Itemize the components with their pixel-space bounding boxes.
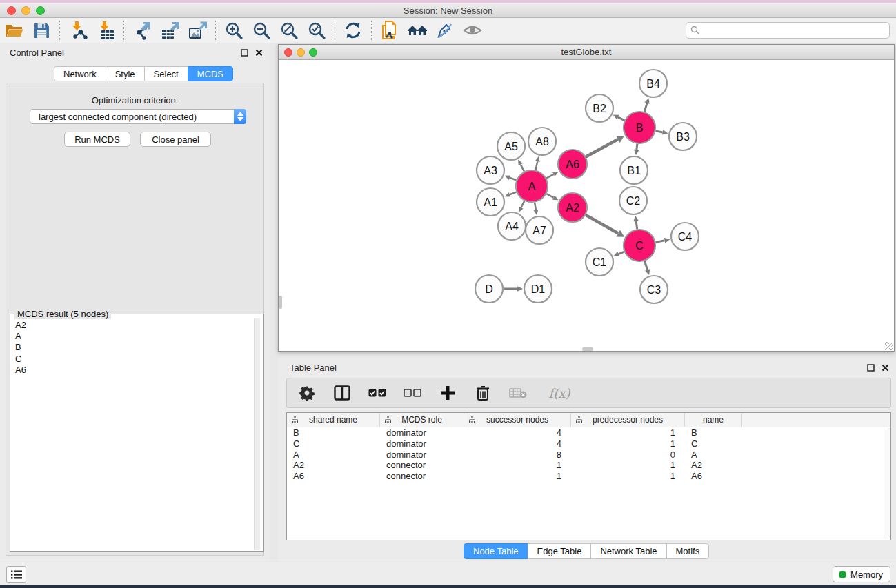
mcds-result-list[interactable]: A2ABCA6 (11, 318, 254, 551)
zoom-out-button[interactable] (248, 19, 275, 41)
tab-node-table[interactable]: Node Table (464, 543, 528, 559)
column-header-shared-name[interactable]: shared name (287, 413, 380, 427)
edge-A-A7[interactable] (535, 203, 536, 210)
panel-toggle-button[interactable] (6, 566, 26, 583)
table-row[interactable]: A2connector11A2 (287, 460, 890, 471)
close-panel-icon[interactable] (255, 49, 263, 57)
import-table-button[interactable] (92, 19, 119, 41)
memory-button[interactable]: Memory (833, 566, 890, 582)
cell-predecessor-nodes[interactable]: 0 (571, 449, 685, 460)
cell-name[interactable]: C (685, 438, 742, 449)
export-network-button[interactable] (128, 19, 156, 41)
edge-A-A5[interactable] (521, 165, 524, 172)
gear-button[interactable] (298, 383, 316, 403)
edge-A-A1[interactable] (510, 192, 517, 195)
search-input[interactable] (703, 26, 889, 36)
horizontal-scrollbar-thumb[interactable] (582, 347, 593, 351)
table-row[interactable]: Cdominator41C (287, 438, 890, 449)
cell-shared-name[interactable]: A (287, 449, 380, 460)
column-header-name[interactable]: name (685, 413, 742, 427)
cell-MCDS-role[interactable]: connector (380, 460, 464, 471)
column-header-MCDS-role[interactable]: MCDS role (380, 413, 464, 427)
cell-MCDS-role[interactable]: connector (380, 471, 464, 482)
cell-predecessor-nodes[interactable]: 1 (571, 427, 685, 438)
refresh-button[interactable] (339, 19, 367, 41)
tab-select[interactable]: Select (144, 66, 188, 81)
cell-shared-name[interactable]: A6 (287, 471, 380, 482)
close-panel-icon[interactable] (882, 364, 889, 372)
cell-successor-nodes[interactable]: 4 (464, 427, 571, 438)
cell-MCDS-role[interactable]: dominator (380, 438, 464, 449)
cell-successor-nodes[interactable]: 1 (464, 460, 571, 471)
tab-mcds[interactable]: MCDS (188, 66, 233, 81)
cell-predecessor-nodes[interactable]: 1 (571, 438, 685, 449)
delete-table-button[interactable] (509, 383, 527, 403)
network-graph[interactable]: AA1A2A3A4A5A6A7A8BB1B2B3B4CC1C2C3C4DD1 (279, 60, 894, 351)
function-builder-button[interactable]: f(x) (544, 383, 575, 403)
delete-column-button[interactable] (474, 383, 492, 403)
resize-grip[interactable] (885, 342, 893, 350)
float-panel-icon[interactable] (241, 49, 248, 57)
edge-A-A6[interactable] (546, 174, 554, 179)
edge-A6-B[interactable] (586, 139, 618, 157)
edge-B-B4[interactable] (644, 103, 647, 112)
zoom-in-button[interactable] (220, 19, 248, 41)
edge-A-A8[interactable] (535, 161, 537, 170)
table-scrollbar[interactable] (884, 428, 890, 539)
export-image-button[interactable] (183, 19, 211, 41)
cell-shared-name[interactable]: B (287, 427, 380, 438)
table-row[interactable]: Adominator80A (287, 449, 890, 460)
cell-successor-nodes[interactable]: 8 (464, 449, 571, 460)
edge-A2-C[interactable] (586, 215, 618, 234)
cell-shared-name[interactable]: C (287, 438, 380, 449)
network-document-button[interactable] (376, 19, 404, 41)
open-session-button[interactable] (0, 19, 28, 41)
tab-style[interactable]: Style (106, 66, 145, 81)
zoom-selected-button[interactable] (303, 19, 330, 41)
result-list-scrollbar[interactable] (254, 318, 260, 550)
homes-button[interactable] (404, 19, 431, 41)
network-canvas[interactable]: AA1A2A3A4A5A6A7A8BB1B2B3B4CC1C2C3C4DD1 (279, 60, 894, 351)
tab-motifs[interactable]: Motifs (666, 543, 710, 559)
result-item[interactable]: B (15, 342, 250, 353)
result-item[interactable]: A (15, 331, 250, 342)
cell-name[interactable]: A2 (685, 460, 742, 471)
deselect-checkboxes-button[interactable] (404, 383, 421, 403)
edge-C-C2[interactable] (636, 221, 637, 230)
eye-button[interactable] (459, 19, 486, 41)
criterion-select[interactable]: largest connected component (directed) (30, 109, 246, 124)
float-panel-icon[interactable] (867, 364, 875, 372)
cell-predecessor-nodes[interactable]: 1 (571, 471, 685, 482)
node-table[interactable]: shared nameMCDS rolesuccessor nodesprede… (286, 412, 891, 540)
vertical-scrollbar-thumb[interactable] (279, 296, 282, 309)
save-session-button[interactable] (28, 19, 55, 41)
run-mcds-button[interactable]: Run MCDS (64, 132, 130, 147)
column-header-successor-nodes[interactable]: successor nodes (464, 413, 571, 427)
network-window-titlebar[interactable]: testGlobe.txt (279, 45, 894, 60)
tab-edge-table[interactable]: Edge Table (528, 543, 592, 559)
result-item[interactable]: A2 (15, 320, 250, 331)
search-field[interactable] (686, 22, 890, 39)
edge-B-B1[interactable] (637, 144, 637, 150)
cell-name[interactable]: B (685, 427, 742, 438)
edge-A-A2[interactable] (546, 194, 553, 197)
edge-C-C3[interactable] (644, 261, 647, 270)
cell-name[interactable]: A6 (685, 471, 742, 482)
close-panel-button[interactable]: Close panel (140, 132, 211, 147)
import-network-button[interactable] (64, 19, 92, 41)
split-columns-button[interactable] (333, 383, 351, 403)
edge-A-A4[interactable] (521, 201, 524, 207)
edge-B-B3[interactable] (656, 131, 663, 132)
cell-predecessor-nodes[interactable]: 1 (571, 460, 685, 471)
edge-C-C1[interactable] (619, 252, 624, 254)
cell-successor-nodes[interactable]: 1 (464, 471, 571, 482)
result-item[interactable]: A6 (15, 365, 250, 376)
tab-network[interactable]: Network (54, 66, 106, 81)
result-item[interactable]: C (15, 354, 250, 365)
cell-shared-name[interactable]: A2 (287, 460, 380, 471)
column-header-predecessor-nodes[interactable]: predecessor nodes (571, 413, 685, 427)
cell-successor-nodes[interactable]: 4 (464, 438, 571, 449)
edge-A-A3[interactable] (510, 178, 517, 181)
cell-name[interactable]: A (685, 449, 742, 460)
select-all-checkboxes-button[interactable] (368, 383, 386, 403)
